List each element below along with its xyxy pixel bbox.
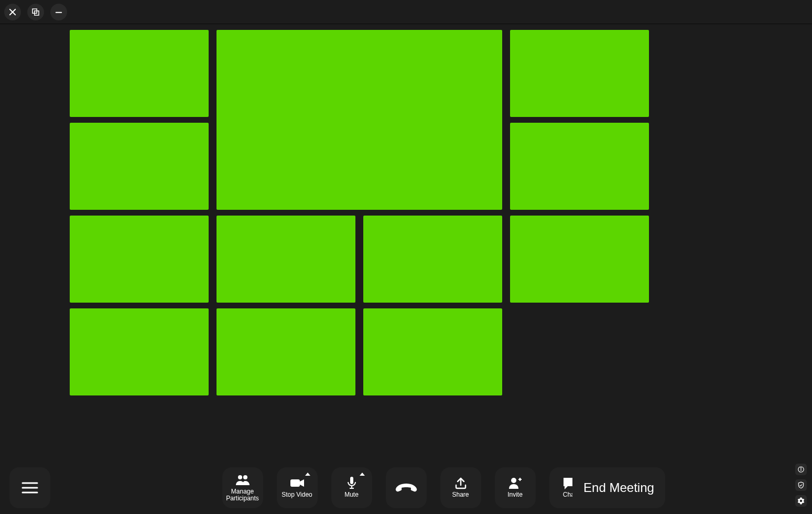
end-meeting-label: End Meeting: [583, 480, 654, 495]
microphone-icon: [347, 477, 356, 489]
chevron-up-icon: [360, 473, 365, 476]
gear-icon: [797, 497, 805, 505]
video-tile[interactable]: [510, 216, 649, 303]
svg-point-20: [800, 468, 801, 468]
video-tile[interactable]: [216, 216, 355, 303]
invite-button[interactable]: Invite: [495, 467, 536, 508]
invite-label: Invite: [507, 491, 523, 498]
window-titlebar: [0, 0, 812, 24]
mute-label: Mute: [344, 491, 359, 498]
share-button[interactable]: Share: [440, 467, 481, 508]
info-button[interactable]: [795, 464, 807, 475]
video-grid: [70, 30, 649, 395]
svg-point-8: [238, 475, 242, 479]
video-tile[interactable]: [363, 308, 502, 395]
close-button[interactable]: [4, 4, 21, 20]
video-tile[interactable]: [510, 123, 649, 210]
camera-icon: [290, 477, 304, 489]
video-tile[interactable]: [216, 308, 355, 395]
end-meeting-button[interactable]: End Meeting: [572, 467, 665, 508]
manage-participants-label: Manage Participants: [226, 488, 259, 502]
hangup-button[interactable]: [386, 467, 427, 508]
merge-icon: [31, 7, 40, 17]
video-tile[interactable]: [70, 216, 209, 303]
merge-button[interactable]: [27, 4, 44, 20]
mute-button[interactable]: Mute: [331, 467, 372, 508]
side-icons: [795, 464, 807, 507]
stop-video-label: Stop Video: [282, 491, 312, 498]
settings-button[interactable]: [795, 495, 807, 507]
svg-rect-10: [290, 479, 300, 487]
minimize-icon: [54, 7, 63, 17]
svg-point-14: [511, 478, 516, 483]
video-tile-main[interactable]: [216, 30, 502, 210]
video-tile[interactable]: [70, 30, 209, 117]
bottom-toolbar: Manage Participants Stop Video Mute: [0, 462, 812, 514]
phone-icon: [395, 481, 418, 494]
video-tile[interactable]: [363, 216, 502, 303]
stop-video-button[interactable]: Stop Video: [277, 467, 318, 508]
shield-icon: [797, 481, 805, 489]
svg-point-9: [243, 475, 247, 479]
minimize-button[interactable]: [50, 4, 67, 20]
security-button[interactable]: [795, 479, 807, 491]
manage-participants-button[interactable]: Manage Participants: [222, 467, 263, 508]
add-user-icon: [508, 477, 522, 489]
close-icon: [8, 7, 17, 17]
video-area: Manage Participants Stop Video Mute: [0, 24, 812, 514]
participants-icon: [235, 474, 250, 486]
video-tile[interactable]: [510, 30, 649, 117]
video-tile[interactable]: [70, 123, 209, 210]
chevron-up-icon: [305, 473, 310, 476]
video-tile[interactable]: [70, 308, 209, 395]
share-icon: [454, 477, 467, 489]
info-icon: [797, 466, 805, 473]
menu-button[interactable]: [9, 467, 50, 508]
svg-rect-11: [350, 477, 353, 484]
share-label: Share: [452, 491, 469, 498]
center-controls: Manage Participants Stop Video Mute: [222, 467, 590, 508]
menu-icon: [21, 481, 38, 494]
